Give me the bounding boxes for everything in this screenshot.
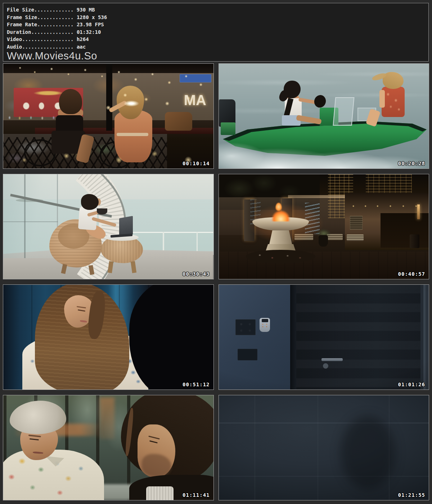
video-codec-label: Video xyxy=(7,36,22,42)
dots: ................. xyxy=(22,44,73,50)
page: File Size............. 930 MB Frame Size… xyxy=(0,0,432,504)
frame-size-value: 1280 x 536 xyxy=(73,14,107,20)
boat-wake-foam xyxy=(219,137,429,168)
boat-windshield xyxy=(333,97,354,126)
tile-grout-line xyxy=(219,423,429,423)
breakfast-bowl xyxy=(97,208,107,215)
courtyard-scene xyxy=(219,174,429,279)
wall-sconce-light xyxy=(417,204,420,219)
night-market-scene: MA xyxy=(3,64,213,168)
file-info-row-framesize: Frame Size............ 1280 x 536 xyxy=(7,14,425,21)
screenshot-grid: MA 00:10:14 xyxy=(3,63,429,500)
timestamp: 01:21:55 xyxy=(398,492,425,498)
screenshot-woman-blouse: 00:51:12 xyxy=(3,284,214,390)
file-info-row-audio: Audio................. aac xyxy=(7,43,425,51)
two-men-scene xyxy=(3,395,213,500)
file-info-row-framerate: Frame Rate............ 23.98 FPS xyxy=(7,21,425,28)
timestamp: 00:51:12 xyxy=(183,382,210,387)
flame-tip xyxy=(275,203,282,211)
person-shadow xyxy=(341,416,395,490)
dark-tiled-wall xyxy=(219,395,429,500)
screenshot-balcony-laptop: 00:30:43 xyxy=(3,174,214,279)
trash-bin xyxy=(410,234,419,248)
screenshot-dark-door: 01:01:26 xyxy=(219,284,429,390)
file-info-row-duration: Duration.............. 01:32:10 xyxy=(7,28,425,36)
timestamp: 01:01:26 xyxy=(398,382,425,387)
screenshot-night-market: MA 00:10:14 xyxy=(3,63,214,169)
file-size-value: 930 MB xyxy=(73,7,95,13)
tile-grout-line xyxy=(219,476,429,477)
marquee-letters: MA xyxy=(184,92,206,108)
shower-scene xyxy=(219,395,429,500)
young-man-shirt-sliver xyxy=(146,486,174,500)
bench xyxy=(347,234,364,240)
file-info-panel: File Size............. 930 MB Frame Size… xyxy=(3,3,429,62)
timestamp: 01:11:41 xyxy=(183,492,210,498)
passenger-arm xyxy=(379,90,385,108)
passenger-red-dress xyxy=(382,87,405,117)
screenshot-green-boat: 00:20:28 xyxy=(219,63,429,169)
woman-bob-hair xyxy=(81,194,99,210)
boat-scene xyxy=(219,64,429,168)
duration-label: Duration xyxy=(7,29,31,35)
audio-codec-value: aac xyxy=(73,44,86,50)
ceiling-downlights xyxy=(349,203,424,209)
orange-frame-blur xyxy=(100,397,114,439)
flower-planter-ring xyxy=(246,250,315,264)
balcony-scene xyxy=(3,174,213,279)
vignette xyxy=(219,285,429,390)
tile-grout-line xyxy=(318,395,318,500)
string-lights xyxy=(3,64,213,168)
frame-rate-label: Frame Rate xyxy=(7,22,37,27)
motor-bracket xyxy=(221,122,235,135)
file-size-label: File Size xyxy=(7,7,34,13)
blouse-scene xyxy=(3,285,213,390)
dots: ................. xyxy=(22,36,73,42)
timestamp: 00:30:43 xyxy=(183,271,210,277)
dots: ............. xyxy=(34,7,74,13)
file-info-row-video: Video................. h264 xyxy=(7,36,425,43)
duration-value: 01:32:10 xyxy=(73,29,101,35)
screenshot-two-men: 01:11:41 xyxy=(3,395,214,500)
file-info-row-filesize: File Size............. 930 MB xyxy=(7,6,425,14)
video-codec-value: h264 xyxy=(73,36,89,42)
bowl-pedestal xyxy=(269,230,292,245)
watermark: Www.Movies4u.So xyxy=(7,50,425,62)
timestamp: 00:20:28 xyxy=(398,161,425,166)
foreground-silhouette xyxy=(129,285,213,390)
dark-entrance xyxy=(381,213,429,248)
screenshot-courtyard-firebowl: 00:40:57 xyxy=(219,174,429,279)
timestamp: 00:40:57 xyxy=(398,271,425,277)
dots: ............ xyxy=(37,22,73,27)
dark-room-scene xyxy=(219,285,429,390)
wall-sign xyxy=(350,216,363,230)
screenshot-shower: 01:21:55 xyxy=(219,395,429,500)
curved-roof-structure xyxy=(3,174,213,279)
frame-rate-value: 23.98 FPS xyxy=(73,22,104,27)
dots: .............. xyxy=(31,29,73,35)
frame-size-label: Frame Size xyxy=(7,14,37,20)
dots: ............ xyxy=(37,14,73,20)
tile-grout-line xyxy=(255,395,255,500)
audio-codec-label: Audio xyxy=(7,44,22,50)
timestamp: 00:10:14 xyxy=(183,161,210,166)
